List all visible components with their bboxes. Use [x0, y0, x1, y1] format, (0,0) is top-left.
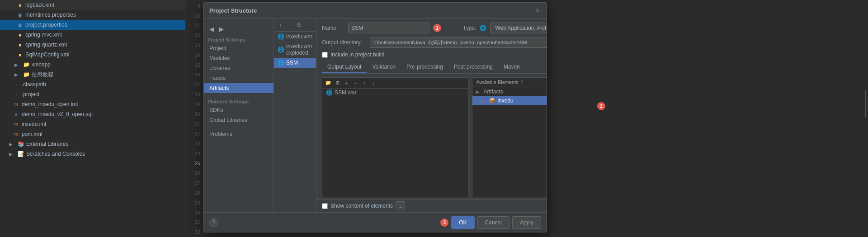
tab-maven[interactable]: Maven — [498, 61, 525, 73]
grid-button[interactable]: ⊞ — [333, 79, 341, 87]
show-content-checkbox[interactable] — [322, 203, 328, 209]
chevron-right-icon: ▶ — [13, 71, 20, 78]
dialog-title: Project Structure — [209, 7, 257, 14]
available-title-label: Available Elements — [476, 79, 518, 85]
nav-item-facets[interactable]: Facets — [204, 73, 274, 83]
output-dir-label: Output directory: — [322, 39, 367, 46]
nav-back-button[interactable]: ◀ — [208, 25, 216, 33]
expand-icon: ▶ — [481, 98, 487, 103]
output-dir-row: Output directory: … — [322, 37, 547, 48]
available-item-icon: 📦 — [489, 98, 495, 104]
line-numbers-panel: 9 10 11 12 13 14 15 16 17 18 19 20 21 22… — [185, 0, 203, 237]
artifact-item-label: inxedu:war — [286, 33, 312, 40]
tree-item-memtimes[interactable]: ▣ memtimes.properties — [0, 10, 185, 20]
tab-postprocessing[interactable]: Post-processing — [448, 61, 498, 73]
badge-3: 3 — [440, 218, 448, 227]
ok-button[interactable]: OK — [451, 216, 474, 229]
tree-item-external-libs[interactable]: ▶ 📚 External Libraries — [0, 139, 185, 149]
remove-item-button[interactable]: − — [351, 79, 359, 87]
artifact-item-ssm[interactable]: 🌐 SSM — [274, 58, 316, 68]
tree-item-dotproject[interactable]: · .project — [0, 89, 185, 99]
tree-item-demo-sql[interactable]: ≡ demo_inxedu_v2_0_open.sql — [0, 109, 185, 119]
help-button[interactable]: ? — [209, 218, 218, 227]
tree-item-inxedu-iml[interactable]: m inxedu.iml — [0, 119, 185, 129]
available-artifacts-item[interactable]: ▶ Artifacts — [472, 87, 547, 96]
properties-icon: ▣ — [16, 21, 24, 28]
tree-item-logback[interactable]: ■ logback.xml — [0, 0, 185, 10]
available-inxedu-item[interactable]: ▶ 📦 inxedu — [472, 96, 547, 105]
tree-item-label: .classpath — [22, 81, 46, 88]
tree-item-label: webapp — [32, 61, 51, 68]
name-row: Name: 1 Type: 🌐 Web Application: Archive — [322, 23, 547, 33]
add-item-button[interactable]: + — [342, 79, 350, 87]
layout-item-ssm-war[interactable]: 🌐 SSM.war — [322, 88, 468, 97]
nav-item-global-libraries[interactable]: Global Libraries — [204, 115, 274, 125]
add-folder-button[interactable]: 📁 — [324, 79, 332, 87]
chevron-right-icon: ▶ — [13, 61, 20, 68]
nav-toolbar: ◀ ▶ — [204, 23, 274, 35]
tree-item-spring-quartz[interactable]: ■ spring-quartz.xml — [0, 40, 185, 50]
nav-item-libraries[interactable]: Libraries — [204, 63, 274, 73]
tree-item-pom[interactable]: m pom.xml — [0, 129, 185, 139]
highlighted-line: 25 — [195, 158, 200, 168]
tree-item-classpath[interactable]: · .classpath — [0, 79, 185, 89]
output-layout-toolbar: 📁 ⊞ + − ↑ ↓ — [322, 78, 468, 88]
dialog-footer: ? 3 OK Cancel Apply — [204, 212, 547, 232]
nav-item-artifacts[interactable]: Artifacts — [204, 83, 274, 93]
nav-item-modules[interactable]: Modules — [204, 53, 274, 63]
tab-output-layout[interactable]: Output Layout — [322, 61, 367, 73]
tab-validation[interactable]: Validation — [367, 61, 401, 73]
available-item-label: inxedu — [497, 98, 513, 104]
available-help-icon[interactable]: ? — [520, 79, 523, 85]
xml-icon: m — [13, 130, 20, 138]
xml-icon: ■ — [16, 1, 24, 9]
remove-artifact-button[interactable]: − — [286, 21, 294, 29]
xml-icon: ■ — [16, 31, 24, 38]
nav-forward-button[interactable]: ▶ — [217, 25, 226, 33]
tree-item-label: inxedu.iml — [22, 121, 46, 127]
type-select[interactable]: Web Application: Archive — [490, 23, 547, 33]
chevron-right-icon: ▶ — [7, 150, 14, 158]
apply-button[interactable]: Apply — [512, 216, 541, 229]
artifact-item-inxedu-war[interactable]: 🌐 inxedu:war — [274, 32, 316, 42]
add-artifact-button[interactable]: + — [277, 21, 285, 29]
close-button[interactable]: × — [534, 7, 541, 14]
nav-item-sdks[interactable]: SDKs — [204, 105, 274, 115]
move-up-button[interactable]: ↑ — [360, 79, 368, 87]
tree-item-sqlmap[interactable]: ■ SqlMapConfig.xml — [0, 50, 185, 60]
available-item-label: Artifacts — [483, 88, 503, 95]
sql-icon: ≡ — [13, 111, 20, 118]
type-icon: 🌐 — [480, 25, 486, 31]
tree-item-tutorial[interactable]: ▶ 📁 使用教程 — [0, 70, 185, 79]
tree-item-label: demo_inxedu_v2_0_open.sql — [22, 111, 93, 117]
artifact-item-inxedu-war-exploded[interactable]: 🌐 inxedu:war exploded — [274, 42, 316, 58]
nav-item-problems[interactable]: Problems — [204, 129, 274, 139]
dot-icon: · — [13, 91, 20, 98]
name-input[interactable] — [348, 23, 429, 33]
nav-item-project[interactable]: Project — [204, 43, 274, 53]
move-down-button[interactable]: ↓ — [369, 79, 377, 87]
tree-item-project-properties[interactable]: ▣ project.properties — [0, 20, 185, 30]
cancel-button[interactable]: Cancel — [477, 216, 509, 229]
tree-item-spring-mvc[interactable]: ■ spring-mvc.xml — [0, 30, 185, 40]
output-dir-input[interactable] — [370, 37, 547, 48]
folder-icon: 📁 — [23, 61, 30, 68]
iml-icon: m — [13, 121, 20, 128]
right-edge-line — [865, 90, 866, 117]
war-exploded-icon: 🌐 — [278, 46, 284, 53]
dots-button[interactable]: ... — [396, 201, 405, 210]
tree-item-label: spring-quartz.xml — [25, 42, 67, 48]
folder-icon: 📁 — [23, 71, 30, 78]
xml-icon: ■ — [16, 51, 24, 58]
include-in-build-checkbox[interactable] — [322, 52, 328, 58]
tree-item-webapp[interactable]: ▶ 📁 webapp — [0, 60, 185, 70]
project-settings-label: Project Settings — [204, 35, 274, 43]
copy-artifact-button[interactable]: ⧉ — [295, 21, 303, 29]
tab-preprocessing[interactable]: Pre-processing — [401, 61, 448, 73]
war-icon: 🌐 — [326, 89, 333, 96]
iml-icon: m — [13, 101, 20, 108]
tree-item-scratches[interactable]: ▶ 📝 Scratches and Consoles — [0, 149, 185, 159]
tree-item-demo-iml[interactable]: m demo_inxedu_open.iml — [0, 99, 185, 109]
artifact-list-panel: + − ⧉ 🌐 inxedu:war 🌐 inxedu:war exploded… — [274, 19, 316, 212]
tree-item-label: External Libraries — [26, 141, 68, 147]
